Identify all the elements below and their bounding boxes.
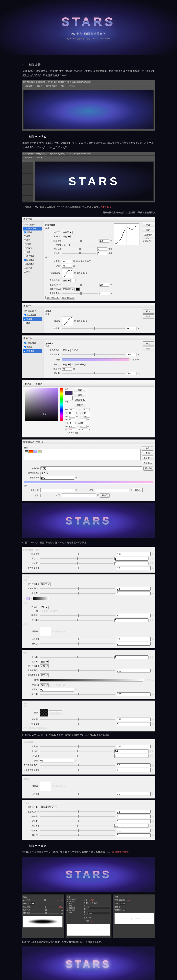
layer-style-bevel-dialog: 图层样式 混合选项:颜色 斜面和浮雕 等高线 纹理 描边 内阴影 内发光 光泽 … [22, 216, 155, 301]
section-1-body: 新建 1200 X 600 的画布，将素材包中的 "bg.jpg" 置入到画布中… [22, 69, 155, 78]
ls-effect-list[interactable]: 混合选项:颜色 斜面和浮雕 等高线 纹理 描边 内阴影 内发光 光泽 颜色叠加 … [22, 221, 43, 301]
ls-bevel-panel: 斜面和浮雕 结构 样式(T):内斜面 方法(Q):平滑 深度(D):% 方向:●… [43, 221, 142, 301]
brush-scatter-panel: 画笔 散布 ☑ 两轴 271% 控制:关 数量1 数量抖动0% · ● · · … [113, 894, 155, 938]
ps-canvas-bg [23, 90, 154, 129]
brush-shape-panel: 画笔 大小抖动100% 控制:关 最小直径50% 角度抖动0% 圆度抖动0% [22, 894, 64, 938]
ok-button[interactable]: 确定 [143, 223, 154, 227]
stars-preview-3: STARS [22, 947, 155, 980]
ps-toolpalette [22, 160, 33, 202]
pattern-swatch[interactable] [40, 709, 48, 717]
section-3-body: 通过以上图层样式使文字有了质感，接下来进行文字高光部分的绘制，选择画笔工具，笔刷… [22, 850, 155, 854]
color-picker-dialog: 拾色器（色标颜色） 新的当前 确定取消添加到色板颜色库 ●H:°○L: ○S:%… [22, 380, 155, 438]
ps-menubar: 文件(F) 编辑(E) 图像(I) 图层(L) 文字(Y) 选择(S) 滤镜(T… [22, 80, 155, 84]
hero-author: By: SiuHin 教程制作 / 白马 1109927 / somanzu.c… [67, 37, 110, 40]
tip-text: 图标这两栏是约束完美，然后设置 O 不能有余的再填入 [22, 211, 155, 215]
stars-preview-2: STARS [22, 857, 155, 892]
ps-toolbar: 自动选择:图层 ▾显示变换控件对齐3D模式: [22, 84, 155, 88]
brush-tip-panel: 画笔 画笔笔尖形状☑ 形状动态☑ 散布☐ 纹理☐ 双重画笔☐ 颜色动态☐ 传递 … [66, 894, 111, 938]
section-2-body: 本教程使用的英文为：Stars，字体：Decursu，字号：250 点，颜色：随… [22, 141, 155, 150]
hero-title: STARS [61, 15, 116, 29]
layer-style-contour-dialog: 图层样式 混合选项:颜色 斜面和浮雕 等高线 纹理 等高线 图素 等高线: ☑ … [22, 303, 155, 333]
canvas-text-white: STARS [68, 175, 120, 188]
gloss-contour-preview [114, 223, 140, 245]
color-field[interactable] [25, 388, 58, 422]
bevel-3-panel: 斜面和浮雕 深度(D):% 大小(Z):像素 软化(F):像素 高度:度 高光不… [22, 739, 155, 775]
section-3-title: 三、制作文字高光 [22, 844, 155, 848]
gradient-editor-dialog: 渐变编辑器 (位置: 在右) 预设 确定取消载入(L)...存储(S)... 名… [22, 439, 155, 501]
contour-3-panel: 等高线 等高线: ☑ 消除锯齿(L) 范围(R):% [22, 776, 155, 799]
section-1-title: 一、制作背景 [22, 63, 155, 67]
stroke-panel: 描边 大小(S):像素 位置(P):外部 混合模式(B):正常 不透明度(O):… [22, 650, 155, 699]
hero-subtitle: PS 制作 绚丽质感星光字 [71, 32, 106, 36]
section-2-title: 二、制作文字特效 [22, 135, 155, 139]
gradient-swatch[interactable] [62, 358, 129, 361]
gradient-ramp[interactable] [24, 480, 153, 483]
outer-glow-panel: 外发光 混合模式(B):线性减淡(添加) 不透明度(O):% 杂色(N):% 扩… [22, 800, 155, 840]
bevel-2-panel: 斜面和浮雕 — 结构 深度(D):% 大小(Z):像素 软化(F):像素 不透明… [22, 547, 155, 573]
photoshop-window-2: 文件(F) 编辑(E) 图像(I) 图层(L) 文字(Y) 选择(S) 滤镜(T… [22, 152, 155, 202]
new-style-button[interactable]: 新建样式(W)... [143, 233, 154, 239]
note-2-3: 3、显示图层 "Stars_3"，进行图层样式设置，填充不透明度为0%，并对图层… [22, 733, 155, 737]
inner-glow-panel: 内发光 结构 混合模式(B):线性光 不透明度(O):% 杂色(N):% ○ ●… [22, 574, 155, 648]
cancel-button[interactable]: 取消 [143, 228, 154, 232]
hero-banner: STARS PS 制作 绚丽质感星光字 By: SiuHin 教程制作 / 白马… [0, 0, 177, 55]
stars-preview-1: STARS [22, 503, 155, 538]
hue-slider[interactable] [60, 388, 63, 422]
note-2-1: 1、隐藏上两个文字图层，双击图层 "Stars_1" 缩略图进行图层样式的设置，… [22, 205, 155, 209]
texture-panel: 纹理 图素 图案: 贴紧原点(A) 缩放(S):% 深度(D):% ☐ 反相(I… [22, 700, 155, 732]
reset-button[interactable]: 复位为默认值 [61, 296, 75, 299]
photoshop-window-1: 文件(F) 编辑(E) 图像(I) 图层(L) 文字(Y) 选择(S) 滤镜(T… [22, 80, 155, 131]
note-2-2: 2、显示 "Stars_2" 图层，双击缩略图 "Stars_2" 进行图层样式… [22, 541, 155, 545]
default-button[interactable]: 设置为默认值 [45, 296, 60, 299]
note-3b: 新建图层，填充为黑色模式为"颜色减淡"，将文字图层框选出选区，用笔刷画出高光。 [22, 940, 155, 944]
layer-style-gradient-dialog: 图层样式 斜面和浮雕 等高线 渐变叠加 渐变叠加 渐变 混合模式(O):正常 ☐… [22, 336, 155, 378]
